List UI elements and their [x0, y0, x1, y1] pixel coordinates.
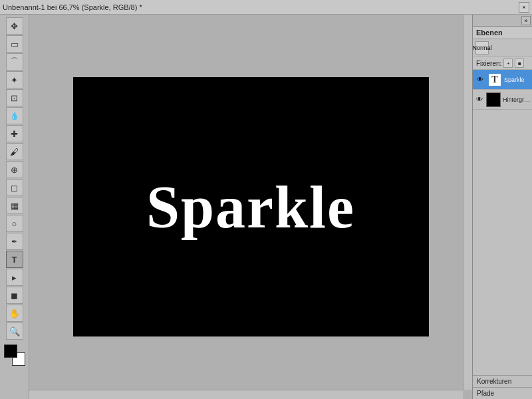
foreground-color-box[interactable] — [4, 344, 17, 358]
layer-row-bg[interactable]: 👁 Hintergrund — [473, 90, 532, 110]
fix-position-btn[interactable]: + — [503, 59, 513, 68]
magic-wand-tool[interactable]: ✦ — [6, 71, 23, 88]
horizontal-scrollbar[interactable] — [29, 390, 463, 399]
layers-controls: Normal — [473, 39, 532, 57]
sparkle-text: Sparkle — [146, 173, 355, 241]
brush-tool[interactable]: 🖌 — [6, 143, 23, 160]
layers-header: Ebenen — [473, 27, 532, 39]
clone-stamp-tool[interactable]: ⊕ — [6, 161, 23, 178]
hand-tool[interactable]: ✋ — [6, 305, 23, 322]
blend-mode-label: Normal — [473, 45, 492, 51]
type-tool[interactable]: T — [6, 251, 23, 268]
pfade-tab[interactable]: Pfade — [473, 387, 532, 399]
lasso-tool[interactable]: ⌒ — [6, 53, 23, 70]
move-tool[interactable]: ✥ — [6, 17, 23, 35]
layer-thumb-sparkle: T — [487, 72, 502, 87]
healing-brush-tool[interactable]: ✚ — [6, 125, 23, 142]
canvas-area: Sparkle — [29, 15, 472, 399]
eyedropper-tool[interactable]: 💧 — [6, 107, 23, 124]
title-bar-text: Unbenannt-1 bei 66,7% (Sparkle, RGB/8) * — [3, 3, 519, 11]
layer-visibility-sparkle[interactable]: 👁 — [475, 74, 485, 85]
layer-name-bg: Hintergrund — [503, 96, 530, 103]
crop-tool[interactable]: ⊡ — [6, 89, 23, 106]
title-bar: Unbenannt-1 bei 66,7% (Sparkle, RGB/8) *… — [0, 0, 532, 15]
close-button[interactable]: × — [519, 2, 529, 13]
right-panel: » Ebenen Normal Fixieren: + ■ 👁 T Sparkl… — [472, 15, 532, 399]
dodge-tool[interactable]: ○ — [6, 215, 23, 232]
canvas-container: Sparkle — [43, 28, 459, 386]
fixieren-row: Fixieren: + ■ — [473, 57, 532, 70]
zoom-tool[interactable]: 🔍 — [6, 323, 23, 340]
layers-list: 👁 T Sparkle 👁 Hintergrund — [473, 70, 532, 375]
bottom-panels: Korrekturen Pfade — [473, 375, 532, 399]
fix-all-btn[interactable]: ■ — [515, 59, 524, 68]
vertical-scrollbar[interactable] — [463, 15, 472, 390]
panel-collapse-bar: » — [473, 15, 532, 27]
layer-thumb-bg — [486, 92, 501, 107]
blend-mode-dropdown[interactable]: Normal — [475, 41, 489, 55]
left-toolbar: ✥ ▭ ⌒ ✦ ⊡ 💧 ✚ 🖌 ⊕ ◻ ▦ ○ ✒ T ▸ ◼ ✋ 🔍 — [0, 15, 29, 399]
eraser-tool[interactable]: ◻ — [6, 179, 23, 196]
shape-tool[interactable]: ◼ — [6, 287, 23, 304]
korrekturen-tab[interactable]: Korrekturen — [473, 375, 532, 387]
layer-visibility-bg[interactable]: 👁 — [475, 94, 484, 105]
main-canvas[interactable]: Sparkle — [73, 77, 429, 336]
layers-panel: Ebenen Normal Fixieren: + ■ 👁 T Sparkle — [473, 27, 532, 399]
gradient-tool[interactable]: ▦ — [6, 197, 23, 214]
pen-tool[interactable]: ✒ — [6, 233, 23, 250]
selection-rect-tool[interactable]: ▭ — [6, 35, 23, 53]
path-selection-tool[interactable]: ▸ — [6, 269, 23, 286]
fg-bg-colors[interactable] — [4, 344, 25, 366]
layer-row-sparkle[interactable]: 👁 T Sparkle — [473, 70, 532, 90]
layer-name-sparkle: Sparkle — [504, 76, 525, 83]
fixieren-label: Fixieren: — [476, 60, 501, 67]
collapse-button[interactable]: » — [521, 16, 531, 25]
